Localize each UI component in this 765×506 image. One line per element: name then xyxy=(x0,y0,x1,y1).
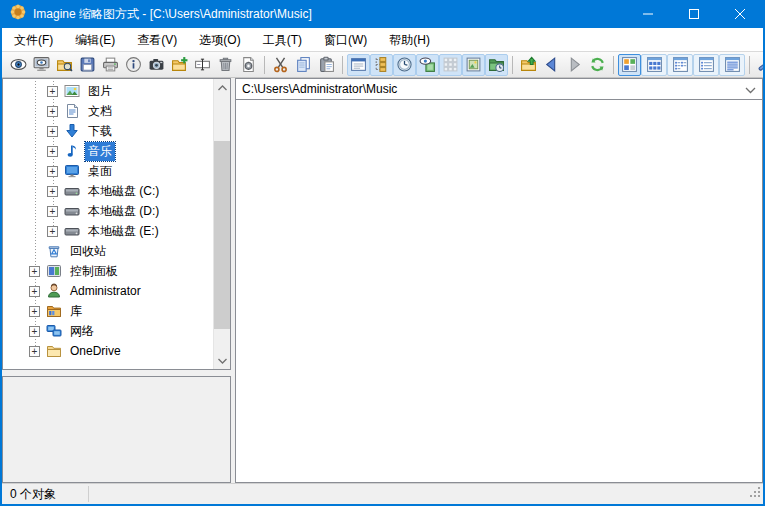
delete-button[interactable] xyxy=(214,54,237,76)
expand-icon[interactable] xyxy=(47,186,58,197)
info-button[interactable] xyxy=(122,54,145,76)
expand-icon[interactable] xyxy=(47,86,58,97)
save-button[interactable] xyxy=(76,54,99,76)
pictures-icon xyxy=(64,83,80,99)
menu-help[interactable]: 帮助(H) xyxy=(378,28,441,52)
menu-view[interactable]: 查看(V) xyxy=(126,28,188,52)
toggle-window-view-button[interactable] xyxy=(347,54,370,76)
capture-button[interactable] xyxy=(145,54,168,76)
refresh-button[interactable] xyxy=(586,54,609,76)
fullscreen-button[interactable] xyxy=(30,54,53,76)
tree-item-documents[interactable]: 文档 xyxy=(3,101,213,121)
disk-icon xyxy=(64,223,80,239)
menu-tools[interactable]: 工具(T) xyxy=(252,28,313,52)
toggle-folder-history-button[interactable] xyxy=(485,54,508,76)
properties-button[interactable] xyxy=(237,54,260,76)
object-count: 0 个对象 xyxy=(2,486,56,503)
print-button[interactable] xyxy=(99,54,122,76)
settings-button[interactable] xyxy=(754,54,765,76)
close-button[interactable] xyxy=(717,0,763,28)
chevron-down-icon[interactable] xyxy=(745,80,756,98)
toolbar-separator xyxy=(264,56,265,74)
folder-icon xyxy=(46,343,62,359)
menu-options[interactable]: 选项(O) xyxy=(188,28,251,52)
back-button[interactable] xyxy=(540,54,563,76)
app-icon xyxy=(10,4,26,24)
title-bar: Imagine 缩略图方式 - [C:\Users\Administrator\… xyxy=(2,0,763,28)
view-image-button[interactable] xyxy=(7,54,30,76)
expand-icon[interactable] xyxy=(47,206,58,217)
toggle-image-pane-button[interactable] xyxy=(462,54,485,76)
tree-item-downloads[interactable]: 下载 xyxy=(3,121,213,141)
toggle-sort-time-button[interactable] xyxy=(393,54,416,76)
paste-button[interactable] xyxy=(315,54,338,76)
user-icon xyxy=(46,283,62,299)
expand-icon[interactable] xyxy=(29,306,40,317)
toggle-preview-button[interactable] xyxy=(416,54,439,76)
tree-item-libraries[interactable]: 库 xyxy=(3,301,213,321)
scrollbar-thumb[interactable] xyxy=(214,141,230,329)
tree-item-desktop[interactable]: 桌面 xyxy=(3,161,213,181)
menu-window[interactable]: 窗口(W) xyxy=(313,28,378,52)
tree-scrollbar[interactable] xyxy=(213,79,230,369)
resize-grip[interactable] xyxy=(748,485,762,503)
scroll-down-icon[interactable] xyxy=(214,352,231,369)
view-details-button[interactable] xyxy=(693,54,719,76)
preview-pane xyxy=(2,376,231,483)
main-area: 图片 文档 下载 音乐 xyxy=(2,78,763,483)
library-icon xyxy=(46,303,62,319)
thumbnail-content-pane[interactable] xyxy=(235,100,763,483)
app-window: Imagine 缩略图方式 - [C:\Users\Administrator\… xyxy=(0,0,765,506)
menu-file[interactable]: 文件(F) xyxy=(3,28,64,52)
expand-icon[interactable] xyxy=(47,106,58,117)
expand-icon[interactable] xyxy=(29,346,40,357)
tree-item-network[interactable]: 网络 xyxy=(3,321,213,341)
copy-button[interactable] xyxy=(292,54,315,76)
cut-button[interactable] xyxy=(269,54,292,76)
tree-item-recycle-bin[interactable]: 回收站 xyxy=(3,241,213,261)
statusbar-divider xyxy=(88,486,89,502)
status-bar: 0 个对象 xyxy=(2,483,763,504)
view-list-button[interactable] xyxy=(667,54,693,76)
view-small-icons-button[interactable] xyxy=(641,54,667,76)
rename-button[interactable] xyxy=(191,54,214,76)
tree-item-music[interactable]: 音乐 xyxy=(3,141,213,161)
tree-item-disk-c[interactable]: 本地磁盘 (C:) xyxy=(3,181,213,201)
tree-item-pictures[interactable]: 图片 xyxy=(3,81,213,101)
forward-button[interactable] xyxy=(563,54,586,76)
browse-folder-button[interactable] xyxy=(53,54,76,76)
maximize-button[interactable] xyxy=(671,0,717,28)
expand-icon[interactable] xyxy=(47,166,58,177)
downloads-icon xyxy=(64,123,80,139)
expand-icon[interactable] xyxy=(29,286,40,297)
expand-icon[interactable] xyxy=(47,126,58,137)
toolbar-separator xyxy=(512,56,513,74)
folder-tree-pane: 图片 文档 下载 音乐 xyxy=(2,78,231,370)
tree-item-disk-d[interactable]: 本地磁盘 (D:) xyxy=(3,201,213,221)
new-folder-button[interactable] xyxy=(168,54,191,76)
expand-icon[interactable] xyxy=(47,146,58,157)
disk-icon xyxy=(64,183,80,199)
window-title: Imagine 缩略图方式 - [C:\Users\Administrator\… xyxy=(33,6,625,23)
tree-item-disk-e[interactable]: 本地磁盘 (E:) xyxy=(3,221,213,241)
toggle-folder-tree-button[interactable] xyxy=(370,54,393,76)
tree-item-control-panel[interactable]: 控制面板 xyxy=(3,261,213,281)
network-icon xyxy=(46,323,62,339)
expand-icon[interactable] xyxy=(29,326,40,337)
disk-icon xyxy=(64,203,80,219)
expand-icon[interactable] xyxy=(47,226,58,237)
minimize-button[interactable] xyxy=(625,0,671,28)
music-icon xyxy=(64,143,80,159)
view-thumbnails-button[interactable] xyxy=(618,54,641,76)
expand-icon[interactable] xyxy=(29,266,40,277)
toolbar-separator xyxy=(342,56,343,74)
tree-item-onedrive[interactable]: OneDrive xyxy=(3,341,213,361)
toggle-thumbnail-grid-button[interactable] xyxy=(439,54,462,76)
address-combobox[interactable]: C:\Users\Administrator\Music xyxy=(235,78,763,100)
up-folder-button[interactable] xyxy=(517,54,540,76)
view-report-button[interactable] xyxy=(719,54,745,76)
scroll-up-icon[interactable] xyxy=(214,79,231,96)
address-value[interactable]: C:\Users\Administrator\Music xyxy=(242,82,745,96)
tree-item-administrator[interactable]: Administrator xyxy=(3,281,213,301)
menu-edit[interactable]: 编辑(E) xyxy=(64,28,126,52)
